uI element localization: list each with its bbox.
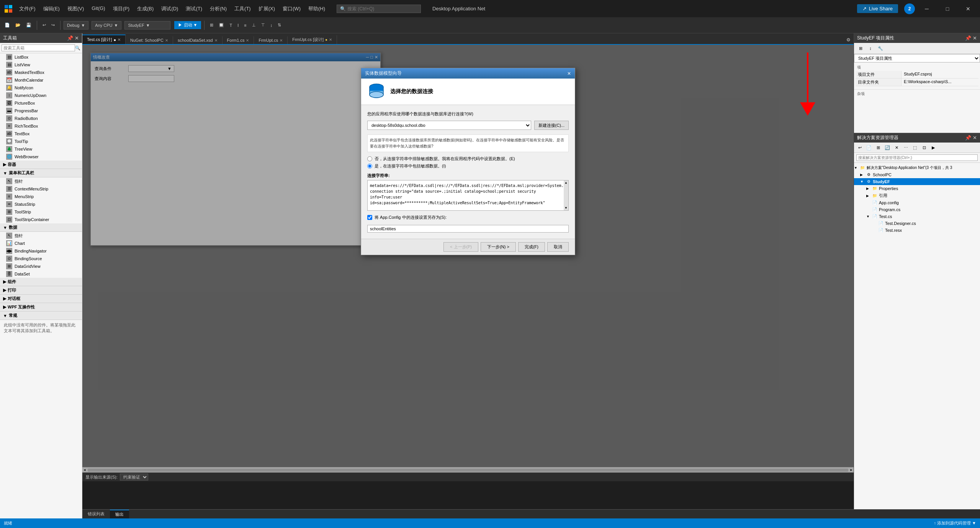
toolbox-item-dataset[interactable]: 🗄 DataSet — [0, 270, 82, 278]
toolbox-item-pointer-data[interactable]: ↖ 指针 — [0, 232, 82, 239]
toolbox-close-icon[interactable]: ✕ — [75, 35, 79, 41]
wizard-finish-button[interactable]: 完成(F) — [518, 242, 545, 252]
tree-references[interactable]: ▶ 📁 引用 — [854, 192, 980, 199]
close-tab-icon[interactable]: ✕ — [246, 38, 249, 43]
tab-frmupt[interactable]: FrmUpt.cs ✕ — [254, 36, 288, 44]
toolbar-icon1[interactable]: ⊞ — [208, 21, 216, 29]
prop-btn-wrench[interactable]: 🔧 — [876, 44, 885, 52]
toolbox-item-listview[interactable]: ▤ ListView — [0, 61, 82, 69]
solution-search-input[interactable] — [856, 154, 978, 161]
project-selector[interactable]: StudyEF ▼ — [124, 21, 170, 30]
close-tab-icon[interactable]: ✕ — [329, 38, 332, 42]
toolbox-item-menustrip[interactable]: ≡ MenuStrip — [0, 193, 82, 200]
menu-file[interactable]: 文件(F) — [15, 4, 39, 14]
toolbox-item-toolstrip[interactable]: ⊞ ToolStrip — [0, 208, 82, 216]
toolbox-item-webbrowser[interactable]: 🌐 WebBrowser — [0, 153, 82, 161]
solution-toolbar-icon3[interactable]: ⊞ — [874, 143, 882, 152]
tab-form1[interactable]: Form1.cs ✕ — [223, 36, 254, 44]
toolbox-item-numericupdown[interactable]: ↕ NumericUpDown — [0, 92, 82, 99]
toolbox-item-listbox[interactable]: ▤ ListBox — [0, 53, 82, 61]
toolbox-item-statusstrip[interactable]: ━ StatusStrip — [0, 200, 82, 208]
wizard-new-connection-button[interactable]: 新建连接(C)... — [534, 121, 569, 130]
toolbox-cat-menus[interactable]: ▼ 菜单和工具栏 — [0, 169, 82, 177]
add-source-control-button[interactable]: ↑ 添加到源代码管理 ▼ — [934, 521, 977, 525]
toolbar-icon6[interactable]: ⊥ — [250, 21, 258, 29]
tab-error-list[interactable]: 错误列表 — [82, 510, 110, 518]
tab-frmupt-design[interactable]: FrmUpt.cs [设计] ● ✕ — [288, 35, 337, 44]
menu-git[interactable]: Git(G) — [88, 4, 109, 14]
solution-toolbar-icon2[interactable]: 📄 — [865, 143, 873, 152]
toolbox-item-chart[interactable]: 📊 Chart — [0, 239, 82, 247]
menu-view[interactable]: 视图(V) — [64, 4, 88, 14]
toolbox-item-bindingsource[interactable]: ⊙ BindingSource — [0, 255, 82, 262]
menu-project[interactable]: 项目(P) — [109, 4, 133, 14]
toolbox-item-radiobutton[interactable]: ⊙ RadioButton — [0, 115, 82, 122]
solution-close-icon[interactable]: ✕ — [973, 135, 977, 141]
close-tab-icon[interactable]: ✕ — [118, 38, 121, 42]
properties-object-selector[interactable]: StudyEF 项目属性 — [854, 54, 980, 62]
run-button[interactable]: ▶ 启动 ▼ — [174, 21, 201, 29]
toolbox-search-input[interactable] — [2, 44, 75, 51]
toolbox-item-progressbar[interactable]: ▬ ProgressBar — [0, 107, 82, 115]
cpu-selector[interactable]: Any CPU ▼ — [92, 21, 121, 30]
menu-analyze[interactable]: 分析(N) — [206, 4, 231, 14]
wizard-cancel-button[interactable]: 取消 — [547, 242, 569, 252]
solution-toolbar-icon1[interactable]: ↩ — [856, 143, 864, 152]
toolbar-icon9[interactable]: ⇅ — [275, 21, 283, 29]
solution-toolbar-icon8[interactable]: ⊡ — [920, 143, 928, 152]
maximize-button[interactable]: □ — [939, 3, 956, 15]
toolbox-item-tooltip[interactable]: 💬 ToolTip — [0, 138, 82, 145]
close-tab-icon[interactable]: ✕ — [165, 38, 168, 43]
solution-toolbar-icon6[interactable]: ⋯ — [901, 143, 910, 152]
tab-output[interactable]: 输出 — [110, 510, 129, 518]
save-icon[interactable]: 💾 — [24, 21, 34, 29]
scrollbar-up-icon[interactable]: ▲ — [565, 180, 567, 185]
open-icon[interactable]: 📂 — [13, 21, 23, 29]
toolbox-item-monthcalendar[interactable]: 📅 MonthCalendar — [0, 76, 82, 84]
menu-extensions[interactable]: 扩展(X) — [255, 4, 279, 14]
debug-selector[interactable]: Debug ▼ — [64, 21, 88, 30]
menu-help[interactable]: 帮助(H) — [304, 4, 329, 14]
toolbar-icon2[interactable]: 🔲 — [216, 21, 226, 29]
solution-pin-icon[interactable]: 📌 — [965, 135, 971, 141]
toolbox-item-notifyicon[interactable]: 🔔 NotifyIcon — [0, 84, 82, 92]
toolbox-item-maskedtextbox[interactable]: ab MaskedTextBox — [0, 69, 82, 76]
menu-window[interactable]: 窗口(W) — [279, 4, 304, 14]
toolbox-item-treeview[interactable]: 🌲 TreeView — [0, 145, 82, 153]
solution-toolbar-icon7[interactable]: ⬚ — [911, 143, 919, 152]
close-tab-icon[interactable]: ✕ — [214, 38, 218, 43]
toolbox-item-contextmenustrip[interactable]: ☰ ContextMenuStrip — [0, 185, 82, 193]
menu-build[interactable]: 生成(B) — [133, 4, 157, 14]
tree-testresx[interactable]: ▶ 📄 Test.resx — [854, 227, 980, 234]
toolbox-cat-print[interactable]: ▶ 打印 — [0, 286, 82, 295]
toolbox-item-richtextbox[interactable]: ≡ RichTextBox — [0, 122, 82, 130]
wizard-save-name-input[interactable] — [367, 225, 569, 233]
undo-icon[interactable]: ↩ — [40, 21, 48, 29]
toolbox-cat-dialogs[interactable]: ▶ 对话框 — [0, 295, 82, 303]
toolbox-cat-general[interactable]: ▼ 常规 — [0, 312, 82, 320]
toolbox-cat-containers[interactable]: ▶ 容器 — [0, 161, 82, 169]
toolbox-cat-components[interactable]: ▶ 组件 — [0, 278, 82, 286]
wizard-close-icon[interactable]: ✕ — [567, 71, 571, 76]
new-project-icon[interactable]: 📄 — [2, 21, 12, 29]
output-source-selector[interactable]: 约束验证 — [120, 474, 148, 480]
search-box[interactable]: 🔍 — [337, 5, 421, 13]
toolbox-item-textbox[interactable]: ab TextBox — [0, 130, 82, 138]
redo-icon[interactable]: ↪ — [49, 21, 57, 29]
tree-programcs[interactable]: ▶ 📄 Program.cs — [854, 206, 980, 213]
toolbox-item-datagridview[interactable]: ⊞ DataGridView — [0, 262, 82, 270]
properties-close-icon[interactable]: ✕ — [973, 35, 977, 41]
toolbar-icon8[interactable]: ↕ — [268, 22, 275, 29]
wizard-connection-dropdown[interactable]: desktop-58s0dqu.school.dbo — [367, 121, 531, 130]
wizard-radio-yes[interactable] — [367, 164, 372, 169]
prop-btn-sort[interactable]: ↕ — [866, 44, 875, 52]
toolbox-item-toolstripcontainer[interactable]: ⊡ ToolStripContainer — [0, 216, 82, 223]
toolbox-cat-data[interactable]: ▼ 数据 — [0, 223, 82, 232]
minimize-button[interactable]: ─ — [918, 3, 936, 15]
solution-toolbar-icon4[interactable]: 🔄 — [883, 143, 892, 152]
tree-testdesigner[interactable]: ▶ 📄 Test.Designer.cs — [854, 220, 980, 227]
menu-debug[interactable]: 调试(D) — [157, 4, 182, 14]
tree-properties[interactable]: ▶ 📁 Properties — [854, 185, 980, 192]
menu-edit[interactable]: 编辑(E) — [39, 4, 64, 14]
close-button[interactable]: ✕ — [959, 3, 977, 15]
